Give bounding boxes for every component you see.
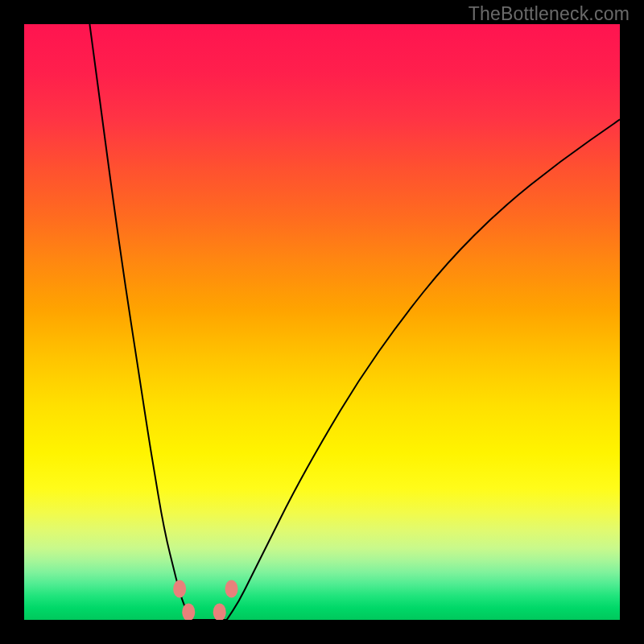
threshold-marker <box>225 580 238 598</box>
chart-frame: TheBottleneck.com <box>0 0 644 644</box>
plot-area <box>24 24 620 620</box>
curve-layer <box>24 24 620 620</box>
bottleneck-curve <box>89 24 620 620</box>
threshold-marker <box>173 580 186 598</box>
curve-path <box>89 24 620 620</box>
threshold-marker <box>213 603 226 620</box>
watermark-text: TheBottleneck.com <box>469 3 630 25</box>
